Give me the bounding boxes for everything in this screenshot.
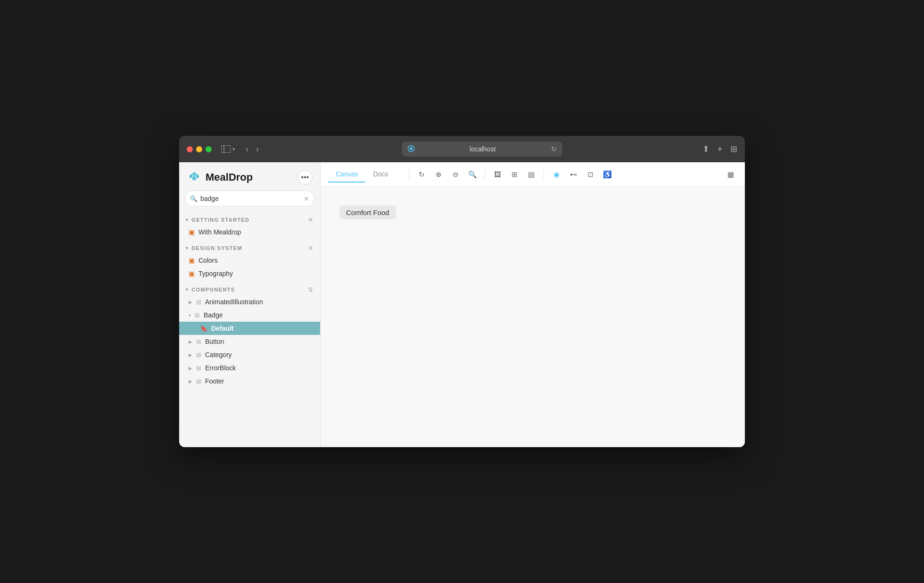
title-bar: ▾ ‹ › localhost ↻ ⬆ + ⊞ bbox=[179, 136, 745, 162]
traffic-lights bbox=[187, 146, 212, 152]
tab-docs[interactable]: Docs bbox=[365, 167, 396, 183]
close-design-system-icon[interactable]: ✕ bbox=[308, 244, 314, 252]
sidebar: MealDrop ••• 🔍 ✕ ▾ GETTING STARTED bbox=[179, 162, 321, 447]
more-options-button[interactable]: ••• bbox=[297, 170, 313, 185]
main-panel: Canvas Docs ↻ ⊕ ⊖ 🔍 🖼 ⊞ ▤ bbox=[321, 162, 745, 447]
design-system-header: ▾ DESIGN SYSTEM ✕ bbox=[179, 241, 320, 254]
share-icon[interactable]: ⬆ bbox=[702, 144, 710, 154]
image-icon[interactable]: 🖼 bbox=[491, 168, 504, 181]
component-icon: ⊞ bbox=[196, 338, 201, 345]
grid-icon[interactable]: ⊞ bbox=[508, 168, 521, 181]
section-chevron-icon: ▾ bbox=[186, 217, 189, 222]
panel-toggle-icon[interactable]: ▦ bbox=[724, 168, 737, 181]
url-text: localhost bbox=[418, 145, 547, 153]
sidebar-item-typography[interactable]: ▣ Typography bbox=[179, 267, 320, 280]
logo-container: MealDrop bbox=[187, 170, 253, 185]
security-icon bbox=[408, 145, 414, 153]
sidebar-header: MealDrop ••• bbox=[179, 162, 320, 191]
components-section: ▾ COMPONENTS ⇅ ▶ ⊞ AnimatedIllustration … bbox=[179, 282, 320, 388]
refresh-icon[interactable]: ↻ bbox=[415, 168, 428, 181]
getting-started-title: ▾ GETTING STARTED bbox=[186, 217, 249, 223]
expand-icon: ▶ bbox=[189, 339, 192, 344]
sidebar-item-button[interactable]: ▶ ⊞ Button bbox=[179, 335, 320, 348]
tool-group-right: ◉ ⊷ ⊡ ♿ bbox=[550, 168, 614, 181]
search-input[interactable] bbox=[200, 195, 301, 202]
sidebar-item-with-mealdrop[interactable]: ▣ With Mealdrop bbox=[179, 225, 320, 239]
address-bar[interactable]: localhost ↻ bbox=[402, 142, 562, 157]
content-area: MealDrop ••• 🔍 ✕ ▾ GETTING STARTED bbox=[179, 162, 745, 447]
component-icon: ⊞ bbox=[196, 378, 201, 385]
canvas-toolbar: Canvas Docs ↻ ⊕ ⊖ 🔍 🖼 ⊞ ▤ bbox=[321, 162, 745, 187]
ellipsis-icon: ••• bbox=[301, 173, 309, 182]
getting-started-header: ▾ GETTING STARTED ✕ bbox=[179, 212, 320, 225]
clear-search-button[interactable]: ✕ bbox=[304, 195, 309, 202]
design-system-section: ▾ DESIGN SYSTEM ✕ ▣ Colors ▣ Typography bbox=[179, 241, 320, 280]
canvas-content: Comfort Food bbox=[321, 187, 745, 447]
page-icon: ▣ bbox=[189, 270, 195, 277]
forward-arrow[interactable]: › bbox=[253, 142, 262, 156]
svg-point-3 bbox=[410, 147, 412, 150]
component-icon: ⊞ bbox=[196, 365, 201, 372]
logo-text: MealDrop bbox=[206, 171, 253, 183]
reload-icon[interactable]: ↻ bbox=[551, 145, 557, 153]
expand-icon: ▶ bbox=[189, 300, 192, 305]
nav-arrows: ‹ › bbox=[243, 142, 262, 156]
close-getting-started-icon[interactable]: ✕ bbox=[308, 216, 314, 224]
zoom-in-icon[interactable]: ⊕ bbox=[432, 168, 445, 181]
sort-icon[interactable]: ⇅ bbox=[308, 286, 314, 293]
toolbar-divider bbox=[409, 169, 409, 180]
tab-canvas[interactable]: Canvas bbox=[328, 167, 365, 183]
component-icon: ⊞ bbox=[196, 299, 201, 306]
circle-icon[interactable]: ◉ bbox=[550, 168, 563, 181]
section-chevron-icon: ▾ bbox=[186, 287, 189, 292]
zoom-tool-group: ↻ ⊕ ⊖ 🔍 bbox=[415, 168, 479, 181]
sidebar-item-badge-default[interactable]: 🔖 Default bbox=[179, 322, 320, 335]
address-bar-container: localhost ↻ bbox=[267, 142, 697, 157]
page-icon: ▣ bbox=[189, 257, 195, 264]
tabs-overview-icon[interactable]: ⊞ bbox=[730, 144, 737, 154]
table-icon[interactable]: ▤ bbox=[525, 168, 538, 181]
accessibility-icon[interactable]: ♿ bbox=[601, 168, 614, 181]
zoom-out-icon[interactable]: ⊖ bbox=[449, 168, 462, 181]
back-arrow[interactable]: ‹ bbox=[243, 142, 251, 156]
view-tool-group: 🖼 ⊞ ▤ bbox=[491, 168, 538, 181]
badge-component: Comfort Food bbox=[339, 206, 396, 219]
components-header: ▾ COMPONENTS ⇅ bbox=[179, 282, 320, 295]
page-icon: ▣ bbox=[189, 228, 195, 236]
sidebar-nav: ▾ GETTING STARTED ✕ ▣ With Mealdrop ▾ bbox=[179, 212, 320, 447]
fullscreen-button[interactable] bbox=[206, 146, 212, 152]
sidebar-item-animated-illustration[interactable]: ▶ ⊞ AnimatedIllustration bbox=[179, 295, 320, 308]
search-bar[interactable]: 🔍 ✕ bbox=[185, 191, 314, 207]
ruler-icon[interactable]: ⊷ bbox=[567, 168, 580, 181]
design-system-title: ▾ DESIGN SYSTEM bbox=[186, 245, 242, 251]
close-button[interactable] bbox=[187, 146, 193, 152]
svg-rect-0 bbox=[221, 145, 231, 153]
toolbar-divider-2 bbox=[485, 169, 485, 180]
sidebar-item-colors[interactable]: ▣ Colors bbox=[179, 254, 320, 267]
canvas-tabs: Canvas Docs bbox=[328, 167, 396, 182]
selection-icon[interactable]: ⊡ bbox=[584, 168, 597, 181]
svg-point-4 bbox=[192, 175, 194, 177]
toolbar-divider-3 bbox=[544, 169, 544, 180]
new-tab-icon[interactable]: + bbox=[717, 144, 723, 155]
sidebar-toggle[interactable]: ▾ bbox=[221, 145, 235, 153]
components-title: ▾ COMPONENTS bbox=[186, 287, 235, 292]
expand-icon: ▶ bbox=[189, 352, 192, 358]
browser-window: ▾ ‹ › localhost ↻ ⬆ + ⊞ bbox=[179, 136, 745, 447]
minimize-button[interactable] bbox=[196, 146, 202, 152]
search-icon: 🔍 bbox=[190, 195, 198, 202]
zoom-search-icon[interactable]: 🔍 bbox=[466, 168, 479, 181]
component-icon: ⊞ bbox=[196, 351, 201, 358]
story-icon: 🔖 bbox=[200, 325, 207, 332]
mealdrop-logo-icon bbox=[187, 170, 202, 185]
sidebar-item-badge[interactable]: ▾ ⊞ Badge bbox=[179, 308, 320, 322]
sidebar-item-error-block[interactable]: ▶ ⊞ ErrorBlock bbox=[179, 361, 320, 375]
svg-point-5 bbox=[195, 175, 197, 177]
expand-icon: ▶ bbox=[189, 366, 192, 371]
sidebar-item-category[interactable]: ▶ ⊞ Category bbox=[179, 348, 320, 361]
sidebar-item-footer[interactable]: ▶ ⊞ Footer bbox=[179, 375, 320, 388]
browser-toolbar-right: ⬆ + ⊞ bbox=[702, 144, 737, 155]
component-icon: ⊞ bbox=[195, 312, 200, 319]
getting-started-section: ▾ GETTING STARTED ✕ ▣ With Mealdrop bbox=[179, 212, 320, 239]
section-chevron-icon: ▾ bbox=[186, 246, 189, 250]
